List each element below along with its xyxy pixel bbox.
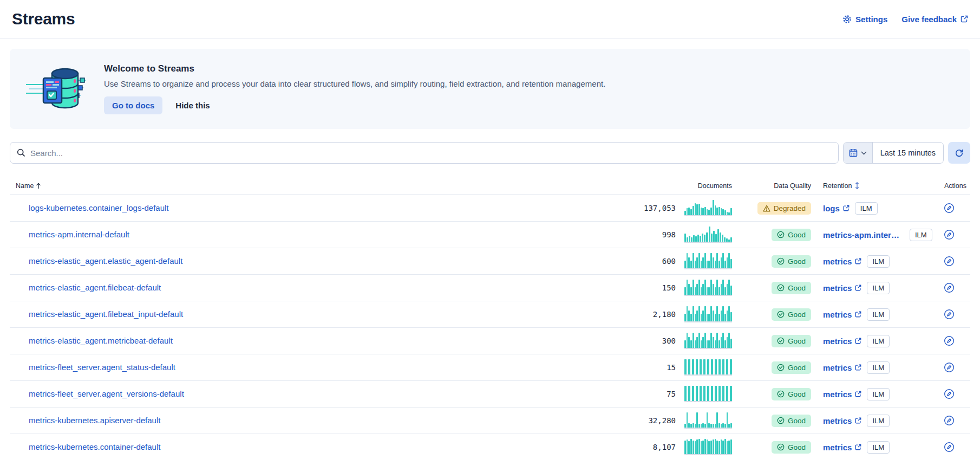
manage-stream-icon[interactable] xyxy=(943,361,955,373)
stream-name-link[interactable]: metrics-kubernetes.container-default xyxy=(29,442,160,451)
external-link-icon xyxy=(843,205,850,211)
manage-stream-icon[interactable] xyxy=(943,441,955,453)
documents-count: 15 xyxy=(667,363,676,372)
manage-stream-icon[interactable] xyxy=(943,308,955,320)
manage-stream-icon[interactable] xyxy=(943,388,955,400)
data-quality-label: Good xyxy=(788,337,806,345)
date-picker-menu-button[interactable] xyxy=(844,143,873,163)
check-circle-icon xyxy=(777,284,785,292)
data-quality-badge: Good xyxy=(772,388,811,400)
manage-stream-icon[interactable] xyxy=(943,202,955,214)
documents-count: 2,180 xyxy=(653,310,676,319)
stream-name-link[interactable]: metrics-fleet_server.agent_versions-defa… xyxy=(29,389,184,398)
retention-ilm-badge: ILM xyxy=(867,255,890,268)
manage-stream-icon[interactable] xyxy=(943,229,955,241)
data-quality-badge: Good xyxy=(772,415,811,427)
documents-sparkline xyxy=(684,333,732,349)
page-title: Streams xyxy=(12,10,75,28)
retention-policy-link[interactable]: metrics xyxy=(823,443,861,452)
check-circle-icon xyxy=(777,390,785,398)
documents-sparkline xyxy=(684,439,732,455)
give-feedback-link[interactable]: Give feedback xyxy=(901,15,968,24)
stream-name-link[interactable]: metrics-kubernetes.apiserver-default xyxy=(29,416,160,425)
documents-count: 8,107 xyxy=(653,443,676,451)
external-link-icon xyxy=(855,338,861,344)
data-quality-badge: Good xyxy=(772,335,811,347)
manage-stream-icon[interactable] xyxy=(943,335,955,347)
retention-ilm-badge: ILM xyxy=(867,361,890,374)
hide-this-link[interactable]: Hide this xyxy=(175,101,210,110)
data-quality-badge: Good xyxy=(772,308,811,321)
documents-sparkline xyxy=(684,280,732,296)
stream-name-link[interactable]: metrics-elastic_agent.filebeat_input-def… xyxy=(29,309,183,319)
welcome-description: Use Streams to organize and process your… xyxy=(104,79,605,88)
check-circle-icon xyxy=(777,231,785,238)
stream-name-link[interactable]: metrics-elastic_agent.metricbeat-default xyxy=(29,336,173,345)
data-quality-label: Good xyxy=(788,257,806,266)
table-row: metrics-elastic_agent.filebeat-default 1… xyxy=(10,275,970,301)
stream-name-link[interactable]: metrics-fleet_server.agent_status-defaul… xyxy=(29,363,175,372)
data-quality-badge: Good xyxy=(772,441,811,454)
retention-policy-link[interactable]: metrics xyxy=(823,416,861,425)
retention-policy-link[interactable]: metrics xyxy=(823,283,861,293)
retention-ilm-badge: ILM xyxy=(855,202,878,215)
retention-policy-link[interactable]: metrics xyxy=(823,257,861,266)
data-quality-label: Degraded xyxy=(774,204,806,212)
streams-table: Name Documents Data Quality Retention Ac… xyxy=(10,177,970,459)
data-quality-label: Good xyxy=(788,231,806,239)
external-link-icon xyxy=(855,311,861,318)
table-row: logs-kubernetes.container_logs-default 1… xyxy=(10,195,970,222)
welcome-title: Welcome to Streams xyxy=(104,63,605,74)
go-to-docs-button[interactable]: Go to docs xyxy=(104,96,162,114)
data-quality-label: Good xyxy=(788,390,806,398)
manage-stream-icon[interactable] xyxy=(943,415,955,426)
table-row: metrics-fleet_server.agent_versions-defa… xyxy=(10,381,970,408)
stream-name-link[interactable]: metrics-elastic_agent.filebeat-default xyxy=(29,283,161,292)
documents-sparkline xyxy=(684,306,732,322)
refresh-button[interactable] xyxy=(948,142,970,164)
manage-stream-icon[interactable] xyxy=(943,255,955,267)
manage-stream-icon[interactable] xyxy=(943,282,955,294)
retention-ilm-badge: ILM xyxy=(867,388,890,400)
documents-sparkline xyxy=(684,227,732,243)
external-link-icon xyxy=(855,258,861,264)
column-header-documents: Documents xyxy=(631,182,732,190)
settings-button[interactable]: Settings xyxy=(842,15,887,24)
documents-count: 75 xyxy=(667,390,676,398)
data-quality-label: Good xyxy=(788,443,806,451)
search-icon xyxy=(17,148,25,157)
gear-icon xyxy=(842,15,852,24)
documents-sparkline xyxy=(684,200,732,216)
retention-ilm-badge: ILM xyxy=(867,282,890,294)
time-range-button[interactable]: Last 15 minutes xyxy=(873,143,943,163)
documents-sparkline xyxy=(684,412,732,429)
sort-up-down-icon xyxy=(854,182,860,189)
refresh-icon xyxy=(955,148,964,158)
table-header: Name Documents Data Quality Retention Ac… xyxy=(10,177,970,195)
data-quality-label: Good xyxy=(788,364,806,372)
retention-ilm-badge: ILM xyxy=(867,441,890,454)
search-input[interactable] xyxy=(30,148,832,158)
retention-policy-link[interactable]: metrics xyxy=(823,337,861,346)
column-header-retention[interactable]: Retention xyxy=(811,182,933,190)
stream-name-link[interactable]: metrics-elastic_agent.elastic_agent-defa… xyxy=(29,256,182,266)
table-row: metrics-elastic_agent.metricbeat-default… xyxy=(10,328,970,354)
retention-policy-link[interactable]: logs xyxy=(823,204,850,213)
retention-policy-link[interactable]: metrics-apm.interna... xyxy=(823,230,904,240)
sort-ascending-icon xyxy=(36,183,41,189)
table-row: metrics-kubernetes.apiserver-default 32,… xyxy=(10,408,970,434)
external-link-icon xyxy=(961,15,968,23)
retention-ilm-badge: ILM xyxy=(867,335,890,347)
stream-name-link[interactable]: logs-kubernetes.container_logs-default xyxy=(29,203,169,212)
data-quality-label: Good xyxy=(788,417,806,425)
check-circle-icon xyxy=(777,417,785,424)
stream-name-link[interactable]: metrics-apm.internal-default xyxy=(29,230,129,239)
retention-policy-link[interactable]: metrics xyxy=(823,390,861,399)
documents-count: 137,053 xyxy=(644,204,676,212)
documents-count: 300 xyxy=(662,337,676,345)
retention-policy-link[interactable]: metrics xyxy=(823,310,861,319)
column-header-name[interactable]: Name xyxy=(10,182,631,190)
external-link-icon xyxy=(855,285,861,291)
retention-policy-link[interactable]: metrics xyxy=(823,363,861,372)
documents-count: 150 xyxy=(662,283,676,292)
